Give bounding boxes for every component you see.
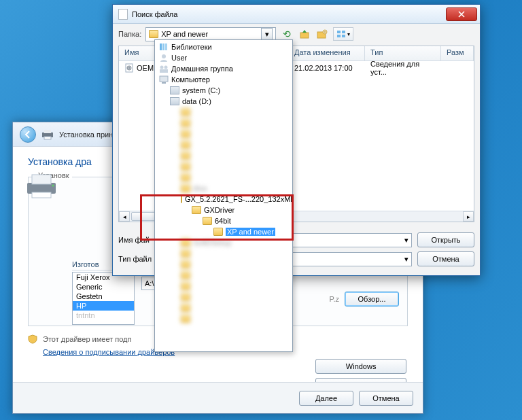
- svg-rect-16: [160, 43, 162, 50]
- svg-rect-11: [342, 31, 345, 33]
- tree-node[interactable]: [155, 259, 292, 270]
- manufacturer-list[interactable]: Fuji Xerox Generic Gestetn HP tntntn: [72, 272, 135, 325]
- svg-rect-10: [337, 31, 341, 33]
- tree-node[interactable]: [155, 313, 292, 324]
- open-button[interactable]: Открыть: [417, 232, 474, 247]
- svg-rect-4: [32, 175, 51, 184]
- svg-point-21: [164, 66, 168, 69]
- back-button[interactable]: [20, 126, 36, 143]
- next-button[interactable]: Далее: [299, 391, 353, 406]
- svg-point-20: [160, 66, 164, 69]
- browse-button[interactable]: Обзор...: [345, 292, 399, 307]
- inf-file-icon: [124, 63, 134, 73]
- tree-node[interactable]: [155, 281, 292, 292]
- svg-rect-22: [160, 69, 168, 73]
- tree-node[interactable]: [155, 292, 292, 302]
- tree-node[interactable]: [155, 270, 292, 281]
- list-item[interactable]: Generic: [73, 282, 134, 292]
- new-folder-icon[interactable]: [315, 27, 329, 41]
- filetype-label: Тип файл: [118, 255, 159, 263]
- tree-node[interactable]: system (C:): [155, 85, 292, 96]
- tree-node[interactable]: XP and newer: [155, 226, 292, 237]
- col-size[interactable]: Разм: [441, 46, 474, 60]
- chevron-down-icon[interactable]: ▾: [261, 28, 273, 41]
- tree-node[interactable]: diva: [155, 183, 292, 194]
- svg-point-6: [52, 185, 54, 187]
- dialog-title: Поиск файла: [132, 10, 177, 18]
- scroll-left-icon[interactable]: ◂: [119, 211, 130, 222]
- svg-rect-5: [32, 192, 51, 198]
- tree-node[interactable]: [155, 139, 292, 150]
- pz-hint: P.z: [330, 295, 339, 303]
- tree-node[interactable]: [155, 107, 292, 118]
- tree-node[interactable]: User: [155, 52, 292, 63]
- tree-node[interactable]: Библиотеки: [155, 41, 292, 52]
- svg-rect-17: [162, 43, 164, 50]
- document-icon: [118, 9, 128, 20]
- chevron-down-icon: ▾: [404, 236, 408, 245]
- tree-node[interactable]: [155, 172, 292, 183]
- dialog-titlebar[interactable]: Поиск файла: [113, 5, 480, 24]
- tree-node[interactable]: GX_5.2.2621_FS-...220_132xMFP: [155, 194, 292, 205]
- svg-rect-13: [342, 35, 345, 37]
- dialog-cancel-button[interactable]: Отмена: [417, 251, 474, 266]
- file-name: OEM: [137, 64, 154, 72]
- file-date: 21.02.2013 17:00: [289, 63, 365, 73]
- shield-icon: [28, 334, 37, 344]
- list-item[interactable]: Gestetn: [73, 292, 134, 301]
- folder-combo-value: XP and newer: [161, 30, 208, 38]
- svg-rect-18: [165, 43, 167, 50]
- svg-point-19: [162, 54, 166, 58]
- tree-node[interactable]: GXDriver: [155, 205, 292, 215]
- folder-tree-dropdown[interactable]: БиблиотекиUserДомашняя группаКомпьютерsy…: [154, 39, 293, 352]
- tree-node[interactable]: Компьютер: [155, 74, 292, 85]
- tree-node[interactable]: [155, 128, 292, 139]
- windows-update-button[interactable]: Windows: [315, 359, 406, 374]
- printer-big-icon: [26, 173, 57, 199]
- tree-node[interactable]: Домашняя группа: [155, 63, 292, 74]
- svg-rect-24: [162, 82, 166, 84]
- printer-icon: [41, 129, 54, 140]
- tree-node[interactable]: SoftDSetup: [155, 237, 292, 248]
- file-type: Сведения для уст...: [365, 58, 441, 77]
- wizard-footer: Далее Отмена: [13, 382, 423, 413]
- chevron-down-icon: ▾: [404, 255, 408, 264]
- tree-node[interactable]: [155, 248, 292, 259]
- svg-rect-1: [44, 130, 51, 133]
- up-folder-icon[interactable]: [298, 27, 311, 41]
- wizard-title: Установка прин: [59, 130, 113, 139]
- cancel-button[interactable]: Отмена: [359, 391, 413, 406]
- svg-rect-12: [337, 35, 341, 37]
- signing-note: Этот драйвер имеет подп: [43, 335, 131, 343]
- tree-node[interactable]: [155, 118, 292, 128]
- svg-rect-23: [160, 76, 168, 82]
- scroll-right-icon[interactable]: ▸: [463, 211, 474, 222]
- go-back-icon[interactable]: ⟲: [280, 27, 294, 41]
- list-item[interactable]: HP: [73, 301, 134, 311]
- tree-node[interactable]: [155, 302, 292, 313]
- svg-rect-7: [300, 33, 309, 38]
- close-button[interactable]: [446, 7, 477, 21]
- svg-rect-2: [44, 137, 51, 139]
- tree-node[interactable]: [155, 150, 292, 161]
- tree-node[interactable]: [155, 161, 292, 172]
- tree-node[interactable]: data (D:): [155, 96, 292, 107]
- folder-label: Папка:: [118, 30, 141, 38]
- filename-label: Имя фай: [118, 236, 159, 244]
- col-date[interactable]: Дата изменения: [289, 46, 365, 60]
- folder-icon: [149, 30, 158, 38]
- copy-source-value: A:\: [145, 279, 154, 287]
- view-menu-icon[interactable]: ▾: [333, 27, 353, 41]
- list-item[interactable]: tntntn: [73, 311, 134, 320]
- tree-node[interactable]: 64bit: [155, 215, 292, 226]
